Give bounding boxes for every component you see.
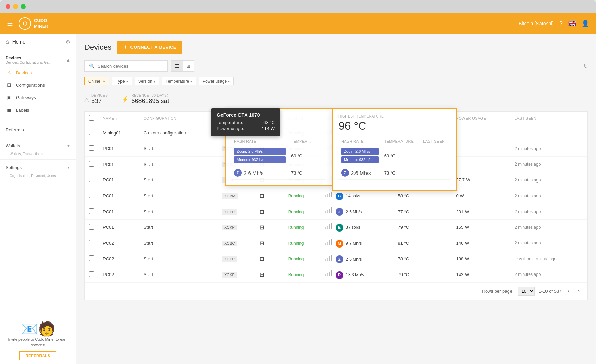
cell-config: Start (139, 188, 217, 204)
refresh-button[interactable]: ↻ (583, 63, 588, 69)
cell-power: 146 W (452, 235, 511, 251)
filter-version-arrow: ▾ (154, 80, 155, 83)
cell-config: Start (139, 204, 217, 220)
cell-type: ⊞ (255, 188, 284, 204)
language-icon[interactable]: 🇬🇧 (568, 20, 576, 27)
close-btn[interactable] (6, 4, 10, 9)
hash-value: 2.6 Mh/s (346, 209, 362, 214)
select-all-checkbox[interactable] (89, 115, 94, 121)
filter-type[interactable]: Type ▾ (112, 77, 132, 85)
help-icon[interactable]: ? (559, 20, 563, 27)
gateways-icon: ▣ (6, 94, 12, 101)
sidebar-item-settings[interactable]: Settings ▼ (0, 162, 76, 173)
filter-version[interactable]: Version ▾ (135, 77, 159, 85)
devices-stat-icon: △ (84, 96, 89, 103)
sidebar-item-gateways[interactable]: ▣ Gateways (0, 91, 76, 104)
algo-icon: R (336, 271, 343, 279)
cell-name: PC01 (99, 188, 139, 204)
sidebar-item-devices[interactable]: ⚠ Devices (0, 66, 76, 79)
panel2-temp-label: HIGHEST TEMPERATURE (338, 114, 451, 118)
search-box[interactable]: 🔍 (84, 60, 168, 72)
pagination: Rows per page: 10 25 50 1-10 of 537 ‹ › (85, 283, 587, 300)
devices-section-header: Devices Devices, Configurations, Gat... … (0, 54, 76, 66)
sidebar-divider-1 (0, 122, 76, 122)
connect-device-button[interactable]: ＋ CONNECT A DEVICE (117, 41, 182, 54)
collapse-icon[interactable]: ▲ (66, 58, 70, 63)
settings-gear-icon[interactable]: ⚙ (66, 39, 70, 45)
maximize-btn[interactable] (21, 4, 26, 9)
panel1-temp-header: Temper... (288, 138, 326, 145)
view-toggle: ☰ ⊞ (171, 60, 194, 72)
tooltip-temp-value: 68 °C (263, 120, 275, 125)
table-row: PC02 Start XCKP ⊞ Running R 13.3 Mh/s 79… (85, 267, 587, 283)
row-checkbox[interactable] (89, 161, 94, 167)
cell-temp: 78 °C (394, 251, 452, 267)
row-checkbox[interactable] (89, 208, 94, 214)
next-page-button[interactable]: › (576, 287, 582, 295)
cell-lastseen: 2 minutes ago (511, 267, 587, 283)
cell-label: XCPP (217, 251, 255, 267)
logo-icon: ⬡ (19, 17, 31, 30)
cell-lastseen: less than a minute ago (511, 251, 587, 267)
sidebar-item-configurations[interactable]: ⊞ Configurations (0, 79, 76, 91)
list-view-button[interactable]: ☰ (171, 61, 183, 71)
panel2-temp-value: 96 °C (338, 120, 451, 132)
rows-per-page-select[interactable]: 10 25 50 (518, 287, 535, 296)
row-checkbox[interactable] (89, 130, 94, 135)
cell-label: XCPP (217, 204, 255, 220)
algo-icon: M (336, 240, 343, 248)
row-checkbox[interactable] (89, 255, 94, 261)
cell-lastseen: 2 minutes ago (511, 141, 587, 157)
cell-config: Start (139, 251, 217, 267)
prev-page-button[interactable]: ‹ (566, 287, 571, 295)
col-lastseen: Last seen (511, 112, 587, 125)
sidebar: ⌂ Home ⚙ Devices Devices, Configurations… (0, 34, 76, 364)
sidebar-home-item[interactable]: ⌂ Home ⚙ (0, 34, 76, 50)
cell-status: Running (284, 220, 320, 235)
search-input[interactable] (98, 64, 163, 69)
filter-power-usage[interactable]: Power usage ▾ (199, 77, 234, 85)
algo-icon: B (336, 193, 343, 200)
cell-status: Running (284, 188, 320, 204)
cell-power: — (452, 157, 511, 172)
row-checkbox[interactable] (89, 145, 94, 151)
expand-icon: ▼ (67, 144, 70, 148)
content-header: Devices ＋ CONNECT A DEVICE (84, 41, 588, 54)
logo-area: ⬡ CUDO MINER (19, 17, 48, 30)
topbar: ☰ ⬡ CUDO MINER Bitcoin (Satoshi) ? 🇬🇧 👤 (0, 13, 596, 34)
panel1-row-2: Z 2.6 Mh/s 73 °C (231, 166, 326, 180)
panel1-row-1: Zcoin: 2.6 Mh/s Monero: 932 h/s 69 °C (231, 145, 326, 166)
panel2-row-2: Z 2.6 Mh/s 73 °C (338, 166, 451, 180)
row-checkbox[interactable] (89, 177, 94, 182)
col-name[interactable]: Name ↑ (99, 112, 139, 125)
cell-name: Mining01 (99, 125, 139, 141)
filter-temperature[interactable]: Temperature ▾ (162, 77, 196, 85)
cell-config: Start (139, 141, 217, 157)
user-icon[interactable]: 👤 (581, 20, 589, 27)
cell-label: XCBM (217, 188, 255, 204)
minimize-btn[interactable] (13, 4, 18, 9)
cell-name: PC01 (99, 172, 139, 188)
hash-value: 13.3 Mh/s (346, 272, 364, 277)
stats-bar: △ DEVICES 537 ⚡ REVENUE (30 DAYS) 568618… (84, 91, 588, 108)
hash-value: 14 sol/s (346, 194, 360, 198)
hamburger-icon[interactable]: ☰ (7, 19, 13, 28)
stat-revenue: ⚡ REVENUE (30 DAYS) 56861895 sat (121, 94, 169, 105)
filter-online-remove[interactable]: ✕ (102, 79, 106, 84)
devices-warning-icon: ⚠ (6, 69, 12, 76)
cell-label: XCKP (217, 220, 255, 235)
row-checkbox[interactable] (89, 193, 94, 198)
sidebar-item-labels[interactable]: ◼ Labels (0, 104, 76, 116)
filter-online[interactable]: Online ✕ (84, 77, 109, 85)
wallets-label: Wallets (6, 143, 20, 148)
panel2-hash-header: Hash rate (338, 138, 381, 145)
filter-power-arrow: ▾ (228, 80, 230, 83)
row-checkbox[interactable] (89, 271, 94, 277)
grid-view-button[interactable]: ⊞ (183, 61, 194, 71)
sidebar-item-wallets[interactable]: Wallets ▼ (0, 140, 76, 151)
row-checkbox[interactable] (89, 240, 94, 245)
row-checkbox[interactable] (89, 224, 94, 230)
sidebar-item-referrals[interactable]: Referrals (0, 124, 76, 136)
referral-button[interactable]: REFERRALS (19, 351, 57, 360)
stat-devices: △ DEVICES 537 (84, 94, 108, 105)
